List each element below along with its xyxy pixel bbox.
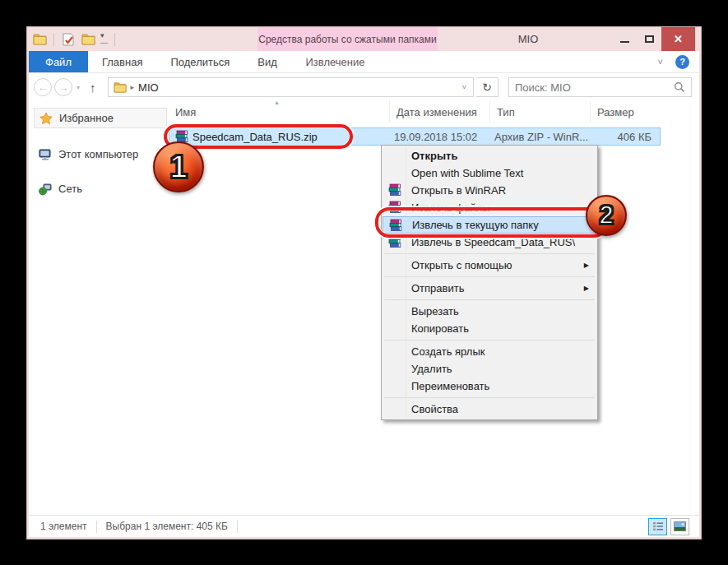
menu-item-cut[interactable]: Вырезать (383, 303, 596, 320)
sort-ascending-icon: ▲ (274, 101, 280, 105)
navigation-pane: Избранное Этот компьютер Сеть (29, 101, 169, 515)
address-bar: ← → ▾ ↑ ▸ MIO ˅ ↻ (29, 73, 699, 101)
sidebar-item-this-pc[interactable]: Этот компьютер (34, 144, 169, 164)
column-header-date[interactable]: Дата изменения (389, 101, 489, 123)
sidebar-item-favorites[interactable]: Избранное (34, 108, 167, 128)
sidebar-item-label: Сеть (58, 183, 82, 195)
sidebar-item-network[interactable]: Сеть (34, 178, 169, 199)
menu-item-rename[interactable]: Переименовать (383, 377, 596, 395)
search-icon[interactable] (674, 81, 685, 93)
annotation-step-1: 1 (153, 141, 204, 192)
column-headers: Имя ▲ Дата изменения Тип Размер (169, 101, 699, 123)
title-bar: ▾— Средства работы со сжатыми папками MI… (29, 27, 699, 51)
sidebar-item-label: Избранное (59, 112, 114, 124)
tab-extract[interactable]: Извлечение (276, 51, 395, 73)
back-icon[interactable]: ← (34, 78, 52, 96)
menu-divider (384, 340, 595, 340)
qat-divider (114, 33, 115, 46)
status-bar: 1 элемент Выбран 1 элемент: 405 КБ (29, 515, 699, 537)
window-title: MIO (479, 27, 577, 51)
ribbon-tab-row: Файл Главная Поделиться Вид Извлечение ˅… (29, 51, 699, 73)
forward-icon[interactable]: → (54, 78, 72, 96)
menu-item-open-with[interactable]: Открыть с помощью ▶ (383, 257, 596, 274)
file-date: 19.09.2018 15:02 (388, 131, 489, 143)
annotation-rect-menu-item (375, 207, 608, 238)
status-divider (237, 521, 238, 533)
sidebar-item-label: Этот компьютер (58, 148, 138, 160)
quick-access-toolbar: ▾— (29, 32, 117, 47)
tab-home[interactable]: Главная (88, 51, 156, 72)
close-button[interactable]: ✕ (661, 27, 695, 51)
maximize-button[interactable] (637, 27, 661, 51)
selection-info: Выбран 1 элемент: 405 КБ (106, 521, 228, 532)
network-icon (39, 183, 52, 196)
desktop-background: { "window": { "title": "MIO", "tool_tab_… (0, 0, 728, 565)
computer-icon (39, 148, 52, 161)
ribbon-collapse-icon[interactable]: ˅ (658, 57, 663, 67)
menu-item-send-to[interactable]: Отправить ▶ (383, 280, 596, 297)
search-input[interactable] (515, 81, 670, 94)
new-folder-icon[interactable] (81, 32, 95, 47)
menu-divider (384, 253, 595, 254)
search-box (508, 77, 692, 97)
menu-item-open-in-winrar[interactable]: Открыть в WinRAR (383, 182, 596, 199)
help-icon[interactable]: ? (675, 55, 689, 69)
star-icon (39, 112, 53, 125)
file-type: Архив ZIP - WinR... (489, 131, 589, 143)
window-folder-icon[interactable] (32, 32, 47, 47)
column-header-size[interactable]: Размер (590, 101, 661, 123)
submenu-arrow-icon: ▶ (584, 280, 589, 297)
qat-customize-icon[interactable]: ▾— (100, 32, 108, 47)
menu-divider (384, 299, 595, 300)
window-controls: ✕ (612, 27, 695, 51)
explorer-window: ▾— Средства работы со сжатыми папками MI… (27, 27, 701, 539)
submenu-arrow-icon: ▶ (584, 257, 589, 274)
menu-item-delete[interactable]: Удалить (383, 360, 596, 377)
up-icon[interactable]: ↑ (84, 81, 102, 95)
details-view-icon[interactable] (648, 518, 667, 535)
main-area: Избранное Этот компьютер Сеть (29, 101, 699, 515)
context-menu: Открыть Open with Sublime Text Открыть в… (381, 145, 598, 420)
breadcrumb-path[interactable]: MIO (138, 81, 159, 94)
contextual-tab-header: Средства работы со сжатыми папками (257, 27, 438, 51)
menu-divider (384, 276, 595, 277)
column-header-type[interactable]: Тип (489, 101, 590, 123)
file-size: 406 КБ (589, 131, 655, 143)
winrar-icon (388, 183, 401, 197)
tab-share[interactable]: Поделиться (156, 51, 243, 72)
menu-item-copy[interactable]: Копировать (383, 320, 596, 337)
refresh-icon[interactable]: ↻ (476, 77, 498, 97)
minimize-button[interactable] (612, 27, 637, 51)
qat-divider (53, 33, 54, 46)
breadcrumb[interactable]: ▸ MIO ˅ (108, 77, 474, 97)
menu-item-create-shortcut[interactable]: Создать ярлык (383, 343, 596, 360)
menu-divider (384, 397, 595, 398)
menu-item-open[interactable]: Открыть (383, 147, 596, 164)
folder-icon (114, 81, 127, 93)
address-dropdown-icon[interactable]: ˅ (462, 83, 468, 91)
recent-locations-icon[interactable]: ▾ (75, 84, 81, 91)
items-count: 1 элемент (40, 521, 87, 532)
annotation-step-2: 2 (586, 195, 627, 236)
thumbnail-view-icon[interactable] (670, 518, 689, 535)
properties-icon[interactable] (61, 32, 76, 47)
breadcrumb-arrow-icon[interactable]: ▸ (131, 83, 135, 91)
column-header-name[interactable]: Имя ▲ (169, 101, 389, 123)
tab-file[interactable]: Файл (29, 51, 88, 72)
menu-item-open-with-sublime[interactable]: Open with Sublime Text (383, 164, 596, 182)
status-divider (96, 521, 97, 533)
menu-item-properties[interactable]: Свойства (383, 401, 596, 418)
